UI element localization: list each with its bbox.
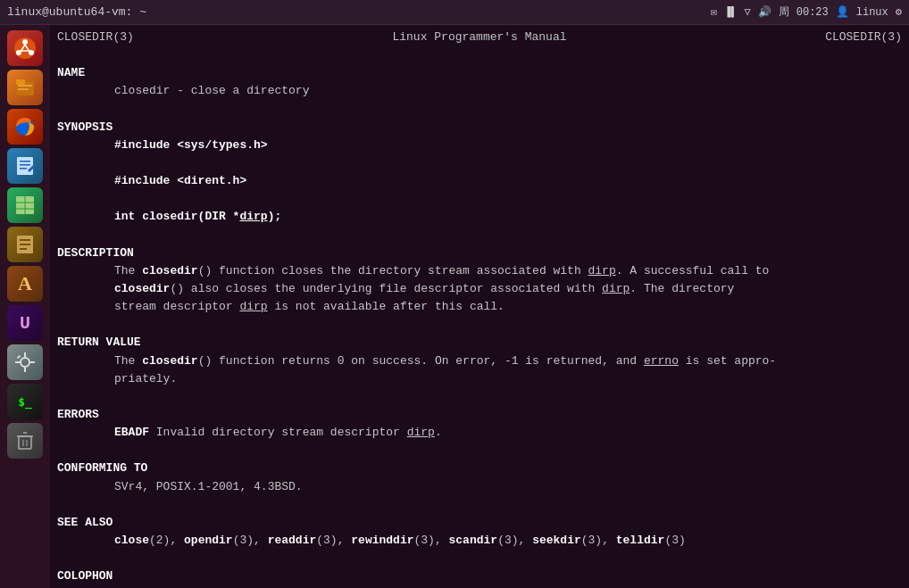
desc-line3: stream descriptor dirp is not available … xyxy=(114,300,505,313)
keyboard-icon: 周 xyxy=(779,4,789,20)
u-button[interactable]: U xyxy=(7,305,43,341)
seealso-label: SEE ALSO xyxy=(57,516,113,529)
svg-rect-25 xyxy=(30,361,35,363)
synopsis-include2: #include <dirent.h> xyxy=(57,172,902,190)
synopsis-label: SYNOPSIS xyxy=(57,120,113,134)
base-button[interactable] xyxy=(7,227,43,262)
main-layout: A U $_ xyxy=(0,25,909,588)
firefox-button[interactable] xyxy=(7,109,43,145)
svg-rect-6 xyxy=(18,85,32,87)
errors-content: EBADF Invalid directory stream descripto… xyxy=(57,424,902,442)
terminal-content[interactable]: CLOSEDIR(3) Linux Programmer's Manual CL… xyxy=(50,25,909,588)
seealso-links: close(2), opendir(3), readdir(3), rewind… xyxy=(114,534,686,547)
section-description-header: DESCRIPTION xyxy=(57,244,902,262)
svg-point-21 xyxy=(21,358,29,367)
svg-rect-22 xyxy=(24,352,26,357)
description-label: DESCRIPTION xyxy=(57,246,134,260)
topbar-title: linux@ubuntu64-vm: ~ xyxy=(7,5,146,19)
header-center: Linux Programmer's Manual xyxy=(392,29,566,46)
section-conforming-header: CONFORMING TO xyxy=(57,460,902,477)
svg-rect-5 xyxy=(16,79,25,85)
returnvalue-content: The closedir() function returns 0 on suc… xyxy=(57,352,902,388)
svg-rect-10 xyxy=(20,161,30,162)
svg-rect-19 xyxy=(20,244,30,245)
writer-button[interactable] xyxy=(7,148,43,184)
conforming-label: CONFORMING TO xyxy=(57,461,147,475)
section-returnvalue-header: RETURN VALUE xyxy=(57,334,902,352)
email-icon: ✉ xyxy=(711,5,717,19)
svg-rect-23 xyxy=(24,368,26,372)
user-name: linux xyxy=(856,6,888,19)
svg-rect-7 xyxy=(18,88,29,90)
wifi-icon: ▽ xyxy=(745,5,751,19)
section-seealso-header: SEE ALSO xyxy=(57,514,902,532)
returnvalue-label: RETURN VALUE xyxy=(57,335,141,349)
svg-rect-24 xyxy=(15,361,20,363)
svg-rect-20 xyxy=(20,248,27,250)
section-colophon-header: COLOPHON xyxy=(57,567,902,585)
terminal-button[interactable]: $_ xyxy=(7,384,43,419)
system-settings-button[interactable] xyxy=(7,344,43,380)
conforming-content: SVr4, POSIX.1-2001, 4.3BSD. xyxy=(57,478,902,496)
colophon-label: COLOPHON xyxy=(57,569,113,583)
name-label: NAME xyxy=(57,66,85,79)
header-right: CLOSEDIR(3) xyxy=(825,29,902,46)
settings-icon[interactable]: ⚙ xyxy=(896,5,902,19)
svg-rect-12 xyxy=(20,168,27,170)
errors-line1: EBADF Invalid directory stream descripto… xyxy=(114,426,442,439)
synopsis-include1: #include <sys/types.h> xyxy=(57,137,902,154)
header-left: CLOSEDIR(3) xyxy=(57,29,134,46)
battery-icon: ▐▌ xyxy=(724,6,737,19)
desc-line2: closedir() also closes the underlying fi… xyxy=(114,282,734,295)
desc-line1: The closedir() function closes the direc… xyxy=(114,264,769,277)
section-synopsis-header: SYNOPSIS xyxy=(57,119,902,137)
rv-line2: priately. xyxy=(114,372,177,385)
topbar-right: ✉ ▐▌ ▽ 🔊 周 00:23 👤 linux ⚙ xyxy=(711,4,902,20)
trash-button[interactable] xyxy=(7,423,43,459)
font-button[interactable]: A xyxy=(7,266,43,302)
rv-line1: The closedir() function returns 0 on suc… xyxy=(114,354,776,368)
user-display: 👤 xyxy=(836,5,849,19)
errors-label: ERRORS xyxy=(57,408,99,421)
svg-rect-18 xyxy=(20,239,30,241)
name-content: closedir - close a directory xyxy=(57,82,902,100)
calc-button[interactable] xyxy=(7,187,43,223)
svg-rect-26 xyxy=(17,355,21,359)
section-errors-header: ERRORS xyxy=(57,406,902,424)
ubuntu-button[interactable] xyxy=(7,30,43,66)
topbar: linux@ubuntu64-vm: ~ ✉ ▐▌ ▽ 🔊 周 00:23 👤 … xyxy=(0,0,909,25)
sidebar: A U $_ xyxy=(0,25,50,588)
files-button[interactable] xyxy=(7,70,43,105)
seealso-content: close(2), opendir(3), readdir(3), rewind… xyxy=(57,532,902,550)
manpage-header: CLOSEDIR(3) Linux Programmer's Manual CL… xyxy=(57,29,902,46)
synopsis-func: int closedir(DIR *dirp); xyxy=(57,208,902,226)
volume-icon: 🔊 xyxy=(758,5,771,19)
description-content: The closedir() function closes the direc… xyxy=(57,262,902,316)
time-display: 00:23 xyxy=(796,6,829,19)
svg-rect-27 xyxy=(19,436,31,449)
section-name-header: NAME xyxy=(57,64,902,82)
svg-rect-11 xyxy=(20,164,30,166)
svg-rect-9 xyxy=(17,157,33,175)
